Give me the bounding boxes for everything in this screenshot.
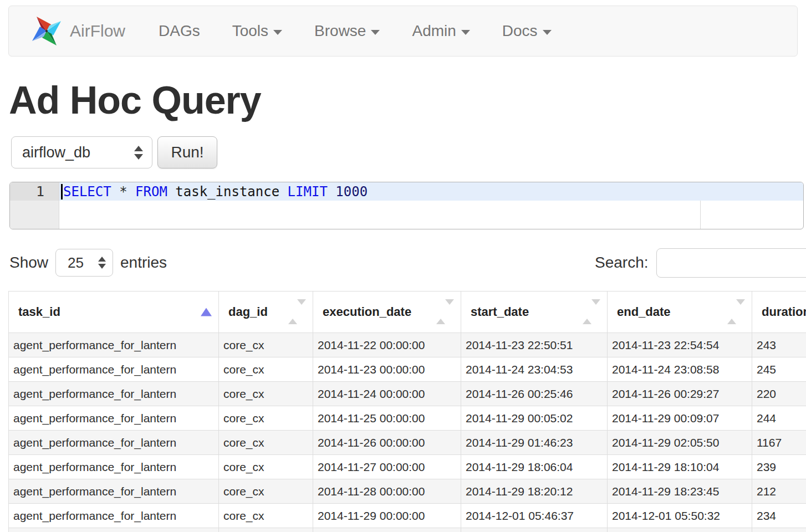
table-cell: 2014-11-29 00:05:02 <box>461 406 608 431</box>
sql-token: * <box>119 184 127 200</box>
nav-item-label: DAGs <box>159 22 200 40</box>
sql-token: FROM <box>135 184 167 200</box>
table-cell: core_cx <box>219 479 313 504</box>
nav-item-admin[interactable]: Admin <box>412 22 470 40</box>
table-cell: 2014-11-23 22:54:54 <box>608 333 752 357</box>
table-cell: 2014-11-27 00:00:00 <box>313 455 461 479</box>
table-cell: core_cx <box>219 431 313 455</box>
sql-code-line[interactable]: SELECT * FROM task_instance LIMIT 1000 <box>59 182 803 201</box>
sort-both-icon <box>288 305 306 319</box>
column-header-label: duration <box>762 305 806 319</box>
results-table-wrap: task_iddag_idexecution_datestart_dateend… <box>8 291 806 532</box>
table-cell: 2014-11-28 00:00:00 <box>313 479 461 504</box>
table-row: agent_performance_for_lanterncore_cx2014… <box>9 479 806 504</box>
text-cursor <box>61 184 63 200</box>
table-row: agent_performance_for_lanterncore_cx2014… <box>9 357 806 382</box>
table-cell: agent_performance_for_lantern <box>9 382 219 406</box>
table-row: agent_performance_for_lanterncore_cx2014… <box>9 431 806 455</box>
airflow-logo-icon <box>29 13 64 49</box>
editor-divider <box>700 201 701 229</box>
nav-item-browse[interactable]: Browse <box>314 22 380 40</box>
table-row: agent_performance_for_lanterncore_cx2014… <box>9 504 806 528</box>
table-cell: 212 <box>752 479 806 504</box>
table-cell: agent_performance_for_lantern <box>9 406 219 431</box>
table-cell: 245 <box>752 357 806 382</box>
sql-token <box>328 184 335 200</box>
sort-both-icon <box>727 305 745 319</box>
column-header-task_id[interactable]: task_id <box>9 291 219 333</box>
table-cell: 2014-11-29 00:09:07 <box>608 406 752 431</box>
nav-item-docs[interactable]: Docs <box>502 22 552 40</box>
table-cell: agent_performance_for_lantern <box>9 455 219 479</box>
nav-item-tools[interactable]: Tools <box>232 22 282 40</box>
column-header-end_date[interactable]: end_date <box>608 291 752 333</box>
nav-item-dags[interactable]: DAGs <box>159 22 200 40</box>
table-cell: core_cx <box>219 382 313 406</box>
sql-token <box>127 184 135 200</box>
chevron-down-icon <box>273 30 282 35</box>
table-cell: core_cx <box>219 504 313 528</box>
show-label: Show <box>9 254 48 272</box>
table-cell: 2014-11-29 18:20:12 <box>461 479 608 504</box>
nav-item-label: Browse <box>314 22 366 40</box>
sort-ascending-icon <box>201 308 212 316</box>
page-length-select[interactable]: 25 <box>55 249 113 277</box>
select-updown-icon <box>134 146 143 160</box>
results-table: task_iddag_idexecution_datestart_dateend… <box>8 291 806 532</box>
column-header-start_date[interactable]: start_date <box>461 291 608 333</box>
table-row: agent_performance_for_lanterncore_cx2014… <box>9 455 806 479</box>
table-cell: 2014-11-29 18:23:45 <box>608 479 752 504</box>
column-header-dag_id[interactable]: dag_id <box>219 291 313 333</box>
table-cell <box>752 528 806 532</box>
table-cell: 244 <box>752 406 806 431</box>
table-cell: 220 <box>752 382 806 406</box>
table-cell <box>608 528 752 532</box>
sort-both-icon <box>436 305 454 319</box>
select-updown-icon <box>98 257 106 269</box>
table-cell: 2014-11-24 23:08:58 <box>608 357 752 382</box>
table-cell: 2014-11-23 22:50:51 <box>461 333 608 357</box>
column-header-duration[interactable]: duration <box>752 291 806 333</box>
page-length-value: 25 <box>68 254 84 272</box>
run-button[interactable]: Run! <box>157 136 217 168</box>
nav-item-label: Docs <box>502 22 538 40</box>
table-cell: 2014-11-23 00:00:00 <box>313 357 461 382</box>
table-cell: agent_performance_for_lantern <box>9 357 219 382</box>
search-input[interactable] <box>656 248 806 278</box>
table-cell: 2014-11-29 02:05:50 <box>608 431 752 455</box>
brand-link[interactable]: AirFlow <box>29 13 125 49</box>
sql-token: SELECT <box>63 184 111 200</box>
table-cell <box>219 528 313 532</box>
table-cell: core_cx <box>219 455 313 479</box>
table-controls: Show 25 entries Search: <box>9 248 806 278</box>
table-cell: 1167 <box>752 431 806 455</box>
chevron-down-icon <box>461 30 470 35</box>
entries-label: entries <box>120 254 167 272</box>
table-cell: 2014-11-26 00:29:27 <box>608 382 752 406</box>
chevron-down-icon <box>543 30 552 35</box>
editor-code-area[interactable]: SELECT * FROM task_instance LIMIT 1000 <box>59 182 803 229</box>
nav-item-label: Tools <box>232 22 268 40</box>
column-header-execution_date[interactable]: execution_date <box>313 291 461 333</box>
chevron-down-icon <box>371 30 380 35</box>
table-cell: agent_performance_for_lantern <box>9 431 219 455</box>
table-row: agent_performance_for_lanterncore_cx2014… <box>9 382 806 406</box>
sql-editor[interactable]: 1 SELECT * FROM task_instance LIMIT 1000 <box>9 182 804 229</box>
database-select[interactable]: airflow_db <box>11 136 152 168</box>
line-number: 1 <box>10 182 59 201</box>
table-cell: 2014-12-01 05:50:32 <box>608 504 752 528</box>
table-cell: core_cx <box>219 333 313 357</box>
search-group: Search: <box>595 248 806 278</box>
brand-label: AirFlow <box>70 22 125 40</box>
page-title: Ad Hoc Query <box>9 81 806 120</box>
sql-token: task_instance <box>167 184 288 200</box>
table-cell: 2014-12-01 05:46:37 <box>461 504 608 528</box>
column-header-label: start_date <box>471 305 529 319</box>
table-cell <box>313 528 461 532</box>
column-header-label: end_date <box>617 305 671 319</box>
table-cell: core_cx <box>219 406 313 431</box>
table-cell: 2014-11-24 00:00:00 <box>313 382 461 406</box>
editor-gutter: 1 <box>10 182 59 229</box>
navbar: AirFlow DAGs Tools Browse Admin Docs <box>8 6 798 57</box>
table-cell: agent_performance_for_lantern <box>9 479 219 504</box>
